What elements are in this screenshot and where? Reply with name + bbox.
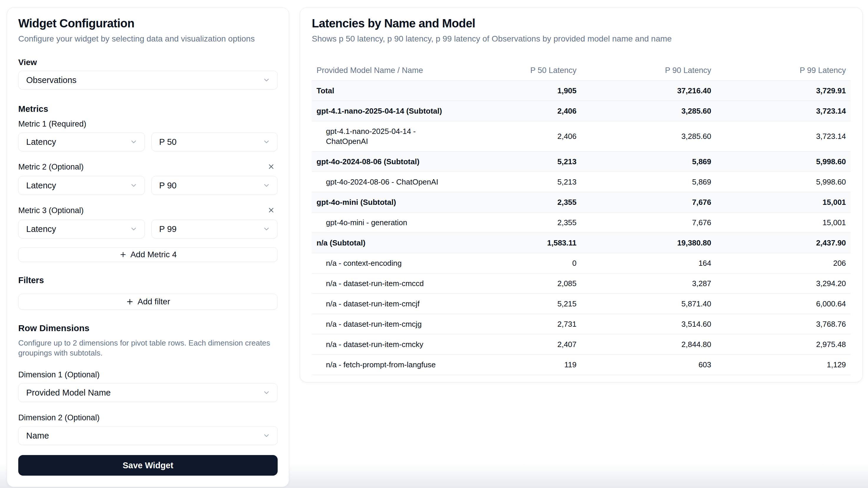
row-label: n/a - dataset-run-item-cmccd xyxy=(326,279,424,288)
metric-3-row: LatencyP 99 xyxy=(18,220,278,238)
dimension-1-select-value: Provided Model Name xyxy=(26,388,111,398)
row-value-cell-p99: 5,998.60 xyxy=(716,172,851,192)
dimension-2-select[interactable]: Name xyxy=(18,426,278,445)
close-icon xyxy=(267,163,275,171)
chevron-down-icon xyxy=(262,138,270,146)
row-value-cell-p99: 15,001 xyxy=(716,213,851,233)
filters-heading: Filters xyxy=(18,275,278,286)
column-header-p50: P 50 Latency xyxy=(447,61,582,80)
row-label: n/a - dataset-run-item-cmcjf xyxy=(326,299,420,308)
row-value-cell-p90: 37,216.40 xyxy=(581,80,716,101)
metric-1-measure-select[interactable]: Latency xyxy=(18,132,145,151)
table-row: gpt-4o-2024-08-06 (Subtotal)5,2135,8695,… xyxy=(312,152,850,172)
close-icon xyxy=(267,206,275,215)
row-label: n/a - context-encoding xyxy=(326,259,402,267)
chevron-down-icon xyxy=(262,76,270,84)
table-row: n/a (Subtotal)1,583.1119,380.802,437.90 xyxy=(312,233,850,253)
metric-3-measure-select[interactable]: Latency xyxy=(18,220,145,238)
row-value-cell-p90: 5,871.40 xyxy=(581,294,716,314)
row-value-cell-p50: 0 xyxy=(447,253,582,273)
config-panel-subtitle: Configure your widget by selecting data … xyxy=(18,34,278,44)
row-label-cell: gpt-4.1-nano-2025-04-14 (Subtotal) xyxy=(312,101,447,121)
view-select-value: Observations xyxy=(26,75,76,85)
add-metric-button[interactable]: Add Metric 4 xyxy=(18,247,278,262)
table-row: gpt-4o-mini (Subtotal)2,3557,67615,001 xyxy=(312,192,850,213)
row-value-cell-p90: 3,514.60 xyxy=(581,314,716,334)
metric-1-header: Metric 1 (Required) xyxy=(18,119,278,129)
metric-1-aggregation-select-value: P 50 xyxy=(159,137,177,147)
dashboard-page: Widget Configuration Configure your widg… xyxy=(0,0,868,487)
row-value-cell-p90: 5,869 xyxy=(581,152,716,172)
plus-icon xyxy=(119,251,127,258)
row-label: gpt-4o-mini (Subtotal) xyxy=(316,198,396,207)
metric-3-aggregation-select-value: P 99 xyxy=(159,224,177,234)
view-label: View xyxy=(18,58,278,67)
row-value-cell-p50: 2,406 xyxy=(447,121,582,152)
row-value-cell-p99: 2,975.48 xyxy=(716,334,851,355)
metric-1-measure-select-value: Latency xyxy=(26,137,56,147)
row-value-cell-p99: 3,723.14 xyxy=(716,101,851,121)
table-row: n/a - fetch-prompt-from-langfuse1196031,… xyxy=(312,355,850,375)
row-value-cell-p90: 3,285.60 xyxy=(581,121,716,152)
row-value-cell-p99: 15,001 xyxy=(716,192,851,213)
row-value-cell-p50: 119 xyxy=(447,355,582,375)
add-metric-label: Add Metric 4 xyxy=(130,250,177,259)
plus-icon xyxy=(126,298,134,306)
latencies-widget-panel: Latencies by Name and Model Shows p 50 l… xyxy=(300,7,863,382)
row-value-cell-p90: 7,676 xyxy=(581,213,716,233)
pivot-table: Provided Model Name / Name P 50 Latency … xyxy=(312,61,850,375)
row-label: gpt-4o-mini - generation xyxy=(326,218,407,227)
table-body: Total1,90537,216.403,729.91gpt-4.1-nano-… xyxy=(312,80,850,375)
row-value-cell-p99: 3,294.20 xyxy=(716,273,851,294)
metric-2-measure-select[interactable]: Latency xyxy=(18,176,145,195)
row-value-cell-p50: 2,407 xyxy=(447,334,582,355)
column-header-p90: P 90 Latency xyxy=(581,61,716,80)
column-header-name: Provided Model Name / Name xyxy=(312,61,447,80)
metric-2-aggregation-select[interactable]: P 90 xyxy=(151,176,278,195)
metric-1-aggregation-select[interactable]: P 50 xyxy=(151,132,278,151)
metric-2-aggregation-select-value: P 90 xyxy=(159,181,177,190)
row-value-cell-p99: 5,998.60 xyxy=(716,152,851,172)
dimension-2-label: Dimension 2 (Optional) xyxy=(18,413,278,423)
row-label: gpt-4o-2024-08-06 (Subtotal) xyxy=(316,157,420,166)
row-value-cell-p50: 5,215 xyxy=(447,294,582,314)
row-label-cell: n/a - dataset-run-item-cmccd xyxy=(312,273,447,294)
row-label-cell: n/a - dataset-run-item-cmcjg xyxy=(312,314,447,334)
row-value-cell-p90: 164 xyxy=(581,253,716,273)
row-label: n/a - dataset-run-item-cmcky xyxy=(326,340,424,349)
view-select[interactable]: Observations xyxy=(18,71,278,90)
table-row: n/a - context-encoding0164206 xyxy=(312,253,850,273)
row-value-cell-p90: 19,380.80 xyxy=(581,233,716,253)
dimension-1-select[interactable]: Provided Model Name xyxy=(18,383,278,402)
add-filter-button[interactable]: Add filter xyxy=(18,294,278,310)
remove-metric-3-button[interactable] xyxy=(265,205,278,216)
row-label: n/a - dataset-run-item-cmcjg xyxy=(326,320,422,328)
row-value-cell-p90: 603 xyxy=(581,355,716,375)
metrics-list: Metric 1 (Required)LatencyP 50Metric 2 (… xyxy=(18,119,278,238)
row-label-cell: n/a (Subtotal) xyxy=(312,233,447,253)
config-panel-title: Widget Configuration xyxy=(18,16,278,31)
row-label-cell: gpt-4o-mini - generation xyxy=(312,213,447,233)
row-value-cell-p99: 6,000.64 xyxy=(716,294,851,314)
row-value-cell-p99: 3,729.91 xyxy=(716,80,851,101)
row-label-cell: gpt-4.1-nano-2025-04-14 - ChatOpenAI xyxy=(312,121,447,152)
row-label-cell: n/a - context-encoding xyxy=(312,253,447,273)
chevron-down-icon xyxy=(262,432,270,440)
remove-metric-2-button[interactable] xyxy=(265,161,278,172)
table-row: gpt-4o-mini - generation2,3557,67615,001 xyxy=(312,213,850,233)
row-label-cell: gpt-4o-mini (Subtotal) xyxy=(312,192,447,213)
row-value-cell-p50: 1,583.11 xyxy=(447,233,582,253)
metric-3-aggregation-select[interactable]: P 99 xyxy=(151,220,278,238)
row-value-cell-p99: 1,129 xyxy=(716,355,851,375)
column-header-p99: P 99 Latency xyxy=(716,61,851,80)
row-label: n/a (Subtotal) xyxy=(316,238,365,247)
widget-title: Latencies by Name and Model xyxy=(312,16,850,31)
row-label-cell: gpt-4o-2024-08-06 - ChatOpenAI xyxy=(312,172,447,192)
row-value-cell-p99: 206 xyxy=(716,253,851,273)
row-dimensions-heading: Row Dimensions xyxy=(18,323,278,334)
save-widget-button[interactable]: Save Widget xyxy=(18,455,278,476)
table-row: n/a - dataset-run-item-cmccd2,0853,2873,… xyxy=(312,273,850,294)
row-value-cell-p50: 5,213 xyxy=(447,172,582,192)
row-label-cell: gpt-4o-2024-08-06 (Subtotal) xyxy=(312,152,447,172)
row-label: Total xyxy=(316,86,334,95)
